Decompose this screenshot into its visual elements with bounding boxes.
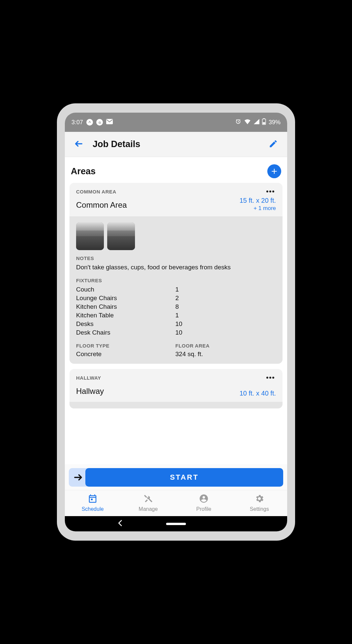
tab-label: Settings [250, 506, 269, 512]
svg-rect-2 [263, 118, 265, 119]
svg-point-5 [269, 190, 271, 192]
signal-icon [253, 119, 259, 126]
fixture-name: Kitchen Chairs [76, 303, 175, 310]
fixture-row: Kitchen Table 1 [76, 311, 276, 320]
tab-label: Profile [196, 506, 211, 512]
svg-point-9 [272, 377, 274, 379]
area-more-link[interactable]: + 1 more [240, 205, 276, 212]
area-category: COMMON AREA [76, 189, 127, 194]
area-dimensions: 15 ft. x 20 ft. [240, 197, 276, 204]
fixture-row: Lounge Chairs 2 [76, 294, 276, 302]
area-card-body-partial [69, 402, 283, 408]
floor-area-value: 324 sq. ft. [175, 350, 275, 358]
content: Areas COMMON AREA Common Area [65, 157, 287, 464]
fixtures-label: FIXTURES [76, 278, 276, 283]
fixture-row: Kitchen Chairs 8 [76, 302, 276, 311]
fixture-qty: 2 [175, 295, 179, 302]
fixture-row: Desk Chairs 10 [76, 328, 276, 337]
tab-manage[interactable]: Manage [120, 490, 176, 516]
fixture-name: Desks [76, 320, 175, 328]
area-name: Common Area [76, 200, 127, 210]
fixture-qty: 1 [175, 286, 179, 293]
fixture-name: Couch [76, 286, 175, 293]
area-dimensions: 10 ft. x 40 ft. [240, 390, 276, 397]
calendar-icon [88, 494, 98, 505]
status-bar: 3:07 ^ ⦸ 39% [65, 113, 287, 132]
tab-settings[interactable]: Settings [232, 490, 287, 516]
edit-button[interactable] [266, 136, 281, 152]
start-button[interactable]: START [85, 468, 283, 487]
person-icon [199, 494, 209, 505]
svg-point-7 [266, 377, 268, 379]
fixture-name: Lounge Chairs [76, 295, 175, 302]
area-category: HALLWAY [76, 375, 104, 381]
battery-icon [262, 118, 266, 127]
android-back-button[interactable] [118, 520, 122, 528]
alarm-icon [235, 118, 242, 127]
tab-label: Manage [139, 506, 158, 512]
bottom-tabbar: Schedule Manage Profile Settings [65, 490, 287, 516]
svg-rect-3 [263, 122, 265, 124]
fixture-name: Desk Chairs [76, 329, 175, 336]
floor-area-label: FLOOR AREA [175, 343, 275, 349]
area-card: HALLWAY Hallway 10 ft. x 40 ft. [69, 369, 283, 408]
start-bar: START [65, 464, 287, 490]
app-header: Job Details [65, 132, 287, 157]
gear-icon [254, 494, 264, 505]
fixture-row: Desks 10 [76, 320, 276, 328]
area-more-button[interactable] [240, 189, 276, 194]
tab-schedule[interactable]: Schedule [65, 490, 120, 516]
section-title: Areas [71, 166, 96, 177]
section-header: Areas [69, 162, 283, 183]
area-name: Hallway [76, 387, 104, 396]
status-time: 3:07 [71, 119, 83, 126]
area-photo-thumb[interactable] [107, 222, 135, 250]
svg-point-4 [266, 190, 268, 192]
mail-icon [106, 119, 113, 126]
device-frame: 3:07 ^ ⦸ 39% [57, 103, 295, 541]
status-right: 39% [235, 118, 281, 127]
area-photos [76, 222, 276, 250]
android-nav-bar [65, 516, 287, 531]
area-photo-thumb[interactable] [76, 222, 104, 250]
fixture-qty: 10 [175, 329, 182, 336]
area-card-header[interactable]: COMMON AREA Common Area 15 ft. x 20 ft. … [69, 183, 283, 216]
tab-profile[interactable]: Profile [176, 490, 232, 516]
screen: 3:07 ^ ⦸ 39% [65, 113, 287, 531]
svg-point-8 [269, 377, 271, 379]
page-title: Job Details [93, 139, 266, 149]
floor-type-value: Concrete [76, 350, 175, 358]
notes-text: Don't take glasses, cups, food or bevera… [76, 263, 276, 272]
area-card-header[interactable]: HALLWAY Hallway 10 ft. x 40 ft. [69, 369, 283, 402]
back-button[interactable] [71, 136, 86, 152]
app-icon-1: ^ [86, 119, 93, 126]
add-area-button[interactable] [267, 164, 281, 178]
fixture-qty: 1 [175, 312, 179, 319]
notes-label: NOTES [76, 255, 276, 261]
expand-toggle-button[interactable] [69, 468, 87, 487]
status-left: 3:07 ^ ⦸ [71, 119, 113, 126]
fixture-row: Couch 1 [76, 285, 276, 294]
battery-percent: 39% [269, 119, 281, 126]
area-more-button[interactable] [240, 375, 276, 380]
fixture-name: Kitchen Table [76, 312, 175, 319]
android-home-pill[interactable] [166, 523, 186, 525]
area-card: COMMON AREA Common Area 15 ft. x 20 ft. … [69, 183, 283, 364]
app-icon-2: ⦸ [96, 119, 103, 126]
wifi-icon [244, 119, 251, 126]
area-card-body: NOTES Don't take glasses, cups, food or … [69, 216, 283, 364]
svg-point-6 [272, 190, 274, 192]
start-button-label: START [170, 473, 199, 482]
tools-icon [143, 494, 153, 505]
tab-label: Schedule [82, 506, 104, 512]
floor-type-label: FLOOR TYPE [76, 343, 175, 349]
fixture-qty: 10 [175, 320, 182, 328]
fixture-qty: 8 [175, 303, 179, 310]
